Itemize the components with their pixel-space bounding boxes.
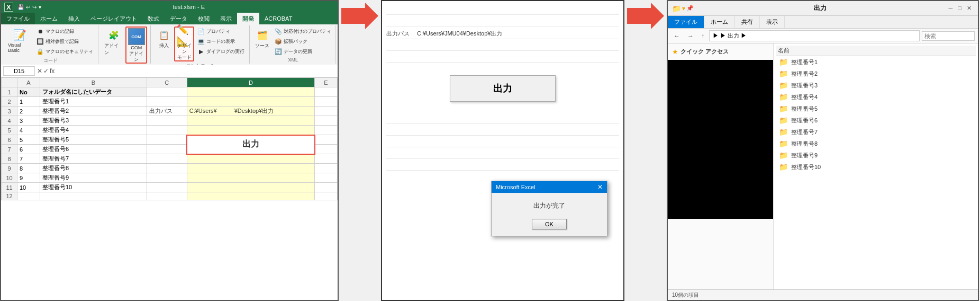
run-dialog-button[interactable]: ▶ ダイアログの実行 xyxy=(195,47,246,56)
cell-a12[interactable] xyxy=(17,192,40,200)
cell-c5[interactable] xyxy=(147,126,187,135)
list-item[interactable]: 📁 整理番号7 xyxy=(776,126,976,138)
explorer-tab-home[interactable]: ホーム xyxy=(704,16,735,28)
data-refresh-button[interactable]: 🔄 データの更新 xyxy=(273,47,333,56)
formula-input[interactable] xyxy=(57,67,335,75)
explorer-tab-share[interactable]: 共有 xyxy=(735,16,760,28)
tab-home[interactable]: ホーム xyxy=(35,13,63,24)
cell-e11[interactable] xyxy=(315,183,338,192)
nav-back-button[interactable]: ← xyxy=(671,31,683,41)
insert-control-button[interactable]: 📋 挿入 xyxy=(155,26,173,50)
cell-d8[interactable] xyxy=(187,154,314,164)
list-item[interactable]: 📁 整理番号8 xyxy=(776,138,976,149)
visual-basic-button[interactable]: 📝 Visual Basic xyxy=(6,26,33,54)
cell-b6[interactable]: 整理番号5 xyxy=(40,135,147,145)
cell-c10[interactable] xyxy=(147,173,187,183)
cell-d12[interactable] xyxy=(187,192,314,200)
explorer-tab-file[interactable]: ファイル xyxy=(668,16,704,28)
list-item[interactable]: 📁 整理番号3 xyxy=(776,79,976,91)
cell-a9[interactable]: 8 xyxy=(17,164,40,173)
tab-acrobat[interactable]: ACROBAT xyxy=(259,13,297,24)
cell-b3[interactable]: 整理番号2 xyxy=(40,107,147,116)
col-b-header[interactable]: B xyxy=(40,78,147,87)
cell-c7[interactable] xyxy=(147,145,187,154)
cell-e9[interactable] xyxy=(315,164,338,173)
cell-d9[interactable] xyxy=(187,164,314,173)
cell-b8[interactable]: 整理番号7 xyxy=(40,154,147,164)
cell-e7[interactable] xyxy=(315,145,338,154)
cell-c11[interactable] xyxy=(147,183,187,192)
cell-d2[interactable] xyxy=(187,97,314,107)
cell-a4[interactable]: 3 xyxy=(17,116,40,126)
cell-b5[interactable]: 整理番号4 xyxy=(40,126,147,135)
tab-page-layout[interactable]: ページレイアウト xyxy=(85,13,142,24)
cell-b11[interactable]: 整理番号10 xyxy=(40,183,147,192)
cell-d10[interactable] xyxy=(187,173,314,183)
cell-c8[interactable] xyxy=(147,154,187,164)
tab-review[interactable]: 校閲 xyxy=(193,13,215,24)
relative-ref-button[interactable]: 🔲 相対参照で記録 xyxy=(34,37,95,46)
cell-d4[interactable] xyxy=(187,116,314,126)
dialog-output-button[interactable]: 出力 xyxy=(450,75,556,102)
cell-a5[interactable]: 4 xyxy=(17,126,40,135)
cell-c1[interactable] xyxy=(147,87,187,97)
cell-d3[interactable]: C:¥Users¥ ¥Desktop¥出力 xyxy=(187,107,314,116)
list-item[interactable]: 📁 整理番号2 xyxy=(776,68,976,79)
quick-access-section[interactable]: ★ クイック アクセス xyxy=(668,46,773,58)
extension-pack-button[interactable]: 📦 拡張パック xyxy=(273,37,333,46)
cell-c4[interactable] xyxy=(147,116,187,126)
undo-icon[interactable]: ↩ xyxy=(26,4,30,10)
cell-a8[interactable]: 7 xyxy=(17,154,40,164)
cell-d5[interactable] xyxy=(187,126,314,135)
list-item[interactable]: 📁 整理番号6 xyxy=(776,114,976,126)
macro-security-button[interactable]: 🔒 マクロのセキュリティ xyxy=(34,47,95,56)
col-e-header[interactable]: E xyxy=(315,78,338,87)
cell-b10[interactable]: 整理番号9 xyxy=(40,173,147,183)
cell-b2[interactable]: 整理番号1 xyxy=(40,97,147,107)
restore-button[interactable]: □ xyxy=(956,5,964,12)
tab-view[interactable]: 表示 xyxy=(215,13,237,24)
design-mode-button[interactable]: ✏️📐 デザインモード xyxy=(174,26,194,61)
cell-a3[interactable]: 2 xyxy=(17,107,40,116)
cancel-formula-icon[interactable]: ✕ xyxy=(37,67,42,75)
list-item[interactable]: 📁 整理番号10 xyxy=(776,161,976,173)
insert-function-icon[interactable]: fx xyxy=(50,67,55,75)
customize-qat-icon[interactable]: ▾ xyxy=(39,4,41,10)
list-item[interactable]: 📁 整理番号5 xyxy=(776,103,976,114)
source-button[interactable]: 🗂️ ソース xyxy=(253,26,271,50)
col-d-header[interactable]: D xyxy=(187,78,314,87)
close-button[interactable]: ✕ xyxy=(965,5,974,12)
explorer-tab-view[interactable]: 表示 xyxy=(760,16,785,28)
cell-d11[interactable] xyxy=(187,183,314,192)
col-c-header[interactable]: C xyxy=(147,78,187,87)
cell-a1[interactable]: No xyxy=(17,87,40,97)
response-property-button[interactable]: 📎 対応付けのプロパティ xyxy=(273,26,333,36)
minimize-button[interactable]: ─ xyxy=(947,5,955,12)
col-a-header[interactable]: A xyxy=(17,78,40,87)
nav-forward-button[interactable]: → xyxy=(685,31,696,41)
cell-e8[interactable] xyxy=(315,154,338,164)
cell-c3[interactable]: 出力パス xyxy=(147,107,187,116)
confirm-formula-icon[interactable]: ✓ xyxy=(43,67,49,75)
view-code-button[interactable]: 💻 コードの表示 xyxy=(195,37,246,46)
excel-dialog-ok-button[interactable]: OK xyxy=(532,219,567,229)
tab-develop[interactable]: 開発 xyxy=(237,13,259,24)
cell-e5[interactable] xyxy=(315,126,338,135)
redo-icon[interactable]: ↪ xyxy=(32,4,37,10)
tab-formula[interactable]: 数式 xyxy=(142,13,165,24)
cell-e3[interactable] xyxy=(315,107,338,116)
search-input[interactable] xyxy=(922,31,975,41)
cell-b9[interactable]: 整理番号8 xyxy=(40,164,147,173)
cell-e10[interactable] xyxy=(315,173,338,183)
cell-a7[interactable]: 6 xyxy=(17,145,40,154)
com-adoin-button[interactable]: COM COMアドイン xyxy=(125,26,147,64)
macro-record-button[interactable]: ⏺ マクロの記録 xyxy=(34,26,95,36)
cell-b1[interactable]: フォルダ名にしたいデータ xyxy=(40,87,147,97)
adoin-button[interactable]: 🧩 アドイン xyxy=(103,26,124,57)
cell-c9[interactable] xyxy=(147,164,187,173)
cell-d6-output[interactable]: 出力 xyxy=(187,135,314,154)
cell-c12[interactable] xyxy=(147,192,187,200)
cell-a11[interactable]: 10 xyxy=(17,183,40,192)
excel-dialog-close-button[interactable]: ✕ xyxy=(597,183,603,191)
cell-e2[interactable] xyxy=(315,97,338,107)
